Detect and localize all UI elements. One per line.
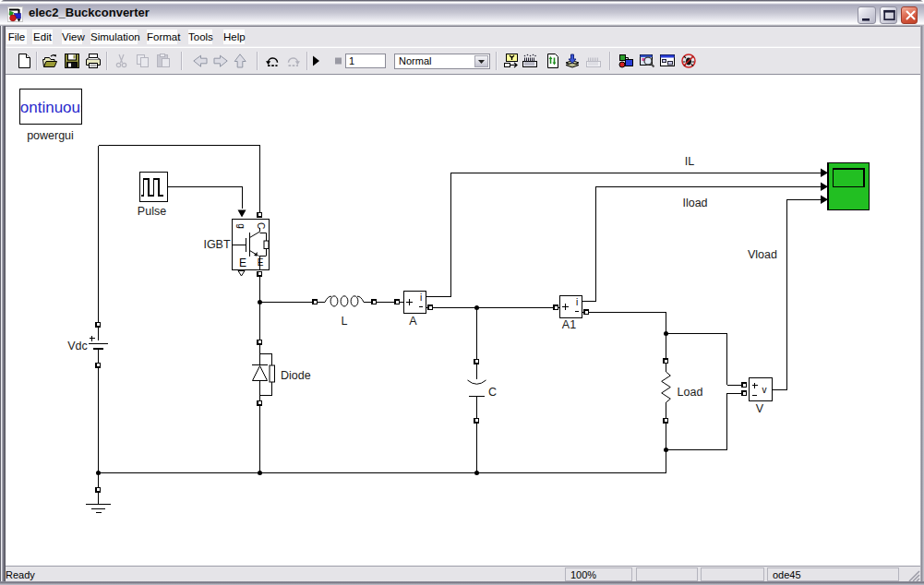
svg-text:IGBT: IGBT	[203, 238, 231, 251]
svg-text:A: A	[409, 315, 417, 328]
svg-text:powergui: powergui	[27, 129, 74, 142]
svg-text:C: C	[256, 222, 266, 229]
svg-text:Pulse: Pulse	[138, 205, 166, 218]
svg-text:IL: IL	[685, 155, 694, 168]
svg-text:i: i	[576, 297, 578, 307]
svg-text:i: i	[420, 292, 422, 303]
svg-text:Continuous: Continuous	[9, 100, 89, 115]
svg-text:A1: A1	[562, 318, 576, 331]
svg-text:E: E	[239, 257, 246, 269]
svg-text:V: V	[756, 402, 764, 415]
svg-text:Vload: Vload	[748, 248, 777, 261]
svg-text:C: C	[488, 386, 497, 399]
svg-text:E: E	[258, 257, 264, 268]
svg-text:Load: Load	[678, 386, 703, 399]
svg-text:g: g	[236, 223, 246, 229]
svg-text:Vdc: Vdc	[67, 340, 88, 352]
svg-text:Iload: Iload	[682, 197, 707, 209]
svg-text:L: L	[342, 315, 348, 328]
svg-text:v: v	[762, 385, 767, 395]
svg-text:Diode: Diode	[281, 369, 311, 382]
